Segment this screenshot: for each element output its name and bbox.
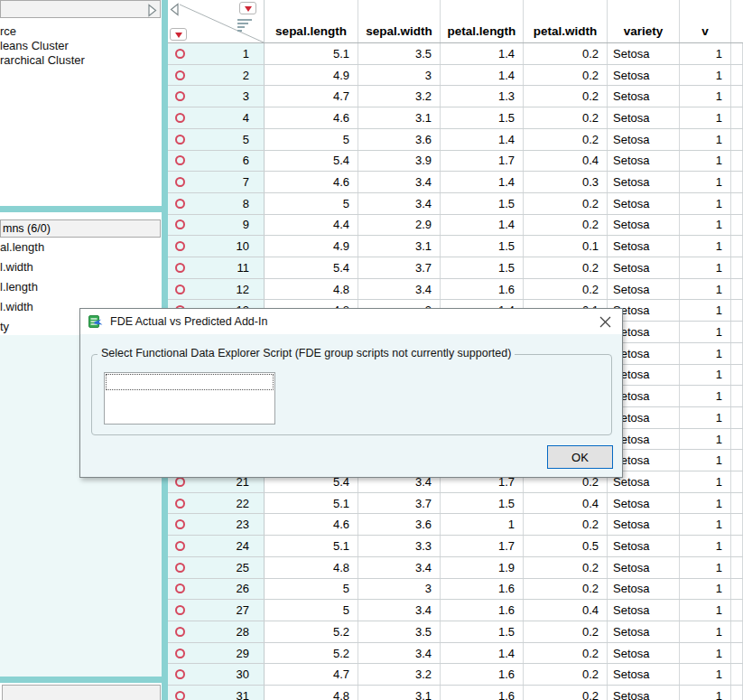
- cell[interactable]: 1: [680, 621, 731, 642]
- table-script-item[interactable]: rce: [0, 24, 16, 38]
- table-script-item[interactable]: rarchical Cluster: [0, 53, 85, 67]
- cell[interactable]: 5.1: [265, 536, 358, 556]
- cell[interactable]: 1: [680, 579, 731, 600]
- cell[interactable]: 3.4: [358, 557, 441, 578]
- row-state-icon[interactable]: [175, 669, 185, 679]
- row-header[interactable]: 25: [168, 557, 265, 578]
- cell[interactable]: 1.6: [441, 664, 524, 685]
- cell[interactable]: 5: [265, 129, 358, 150]
- row-header[interactable]: 4: [168, 107, 265, 128]
- cell[interactable]: 3.4: [358, 643, 441, 664]
- cell[interactable]: 3.2: [358, 664, 441, 685]
- cell[interactable]: 0.2: [524, 193, 608, 214]
- row-state-icon[interactable]: [175, 263, 185, 273]
- cell[interactable]: 0.2: [524, 621, 608, 642]
- cell[interactable]: 0.2: [524, 107, 608, 128]
- cell[interactable]: 1: [680, 386, 731, 406]
- cell[interactable]: 1.3: [441, 86, 524, 107]
- cell[interactable]: 1: [680, 322, 731, 342]
- cell[interactable]: 4.9: [265, 65, 358, 86]
- cell[interactable]: Setosa: [608, 664, 680, 685]
- row-header[interactable]: 12: [168, 279, 265, 300]
- cell[interactable]: 4.8: [265, 279, 358, 300]
- row-state-icon[interactable]: [175, 627, 185, 637]
- column-header[interactable]: v: [680, 0, 731, 42]
- cell[interactable]: Setosa: [608, 621, 680, 642]
- cell[interactable]: 5: [265, 600, 358, 621]
- cell[interactable]: 4.6: [265, 107, 358, 128]
- cell[interactable]: 1.4: [441, 129, 524, 150]
- cell[interactable]: 3.2: [358, 86, 441, 107]
- cell[interactable]: 1: [680, 129, 731, 150]
- column-list-item[interactable]: ty: [0, 320, 9, 333]
- cell[interactable]: 1.5: [441, 107, 524, 128]
- cell[interactable]: Setosa: [608, 514, 680, 535]
- cell[interactable]: 1.5: [441, 236, 524, 257]
- cell[interactable]: 3.5: [358, 621, 441, 642]
- row-state-icon[interactable]: [175, 199, 185, 209]
- cell[interactable]: 1: [680, 429, 731, 450]
- column-list-item[interactable]: l.width: [0, 300, 33, 313]
- cell[interactable]: 1: [680, 365, 731, 386]
- row-header[interactable]: 5: [168, 129, 265, 150]
- cell[interactable]: 3: [358, 65, 441, 86]
- cell[interactable]: 4.7: [265, 664, 358, 685]
- column-header[interactable]: petal.length: [441, 0, 524, 42]
- cell[interactable]: 3.4: [358, 279, 441, 300]
- row-state-icon[interactable]: [175, 541, 185, 551]
- cell[interactable]: 4.7: [265, 86, 358, 107]
- cell[interactable]: 1.4: [441, 215, 524, 236]
- cell[interactable]: 5: [265, 579, 358, 600]
- cell[interactable]: 1.6: [441, 579, 524, 600]
- cell[interactable]: 3.9: [358, 151, 441, 172]
- row-header[interactable]: 10: [168, 236, 265, 257]
- column-header[interactable]: sepal.length: [265, 0, 358, 42]
- cell[interactable]: 4.9: [265, 236, 358, 257]
- cell[interactable]: 3.7: [358, 493, 441, 514]
- cell[interactable]: 3.1: [358, 236, 441, 257]
- cell[interactable]: 1: [680, 65, 731, 86]
- collapse-panel-left-icon[interactable]: [170, 3, 180, 16]
- cell[interactable]: 0.2: [524, 643, 608, 664]
- panel-splitter-horizontal[interactable]: [0, 677, 168, 683]
- cell[interactable]: Setosa: [608, 557, 680, 578]
- expand-panel-right-icon[interactable]: [147, 4, 157, 17]
- row-header[interactable]: 26: [168, 579, 265, 600]
- cell[interactable]: 1: [680, 471, 731, 492]
- row-header[interactable]: 9: [168, 215, 265, 236]
- row-header[interactable]: 27: [168, 600, 265, 621]
- cell[interactable]: 0.2: [524, 557, 608, 578]
- cell[interactable]: 1: [680, 600, 731, 621]
- cell[interactable]: 0.1: [524, 236, 608, 257]
- cell[interactable]: 1: [680, 236, 731, 257]
- cell[interactable]: 3.3: [358, 536, 441, 556]
- row-header[interactable]: 8: [168, 193, 265, 214]
- cell[interactable]: Setosa: [608, 65, 680, 86]
- row-header[interactable]: 30: [168, 664, 265, 685]
- row-state-icon[interactable]: [175, 155, 185, 165]
- panel-splitter-horizontal[interactable]: [0, 206, 168, 212]
- cell[interactable]: 0.2: [524, 215, 608, 236]
- row-state-icon[interactable]: [175, 219, 185, 229]
- cell[interactable]: Setosa: [608, 107, 680, 128]
- cell[interactable]: 1.6: [441, 686, 524, 700]
- cell[interactable]: 0.5: [524, 536, 608, 556]
- cell[interactable]: 0.2: [524, 129, 608, 150]
- cell[interactable]: 1: [680, 536, 731, 556]
- cell[interactable]: 5.4: [265, 257, 358, 278]
- cell[interactable]: 1: [680, 493, 731, 514]
- cell[interactable]: 1.4: [441, 65, 524, 86]
- cell[interactable]: 3.4: [358, 172, 441, 192]
- cell[interactable]: 1: [680, 450, 731, 471]
- row-header[interactable]: 23: [168, 514, 265, 535]
- cell[interactable]: Setosa: [608, 279, 680, 300]
- row-state-icon[interactable]: [175, 477, 185, 487]
- cell[interactable]: 3.1: [358, 107, 441, 128]
- row-header[interactable]: 3: [168, 86, 265, 107]
- cell[interactable]: 5: [265, 193, 358, 214]
- cell[interactable]: 3.6: [358, 129, 441, 150]
- cell[interactable]: 5.2: [265, 643, 358, 664]
- row-state-icon[interactable]: [175, 649, 185, 658]
- row-state-icon[interactable]: [175, 583, 185, 593]
- row-header[interactable]: 1: [168, 43, 265, 64]
